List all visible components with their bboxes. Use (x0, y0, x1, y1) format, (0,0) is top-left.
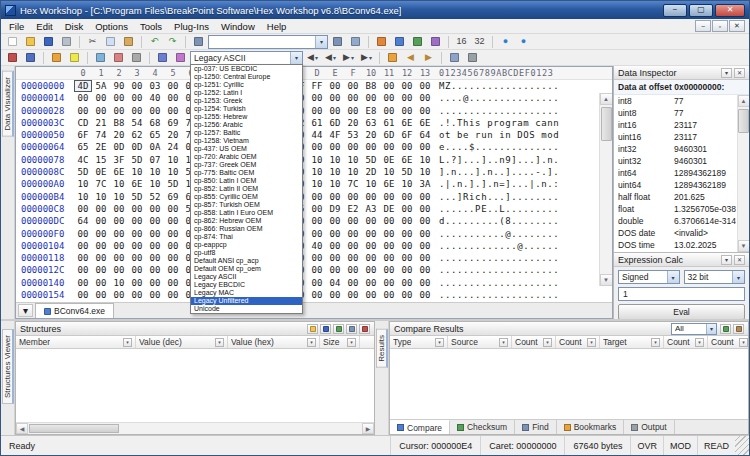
hex-byte[interactable]: 00 (308, 264, 326, 276)
hex-ascii[interactable]: .................... (439, 105, 559, 117)
hex-byte[interactable]: 00 (380, 105, 398, 117)
hex-byte[interactable]: 00 (380, 240, 398, 252)
hex-byte[interactable]: 00 (128, 277, 146, 289)
hex-byte[interactable]: 7C (344, 178, 362, 190)
charset-option[interactable]: cp-1257: Baltic (191, 129, 302, 137)
hex-byte[interactable]: 00 (110, 92, 128, 104)
hex-byte[interactable]: 10 (398, 178, 416, 190)
inspector-value[interactable]: 1.3256705e-038 (674, 203, 736, 215)
find-next-icon[interactable] (329, 35, 346, 49)
column-header-count[interactable]: Count▾ (664, 336, 708, 348)
hex-byte[interactable]: 00 (74, 289, 92, 301)
hex-byte[interactable]: 10 (92, 191, 110, 203)
hex-byte[interactable]: 00 (146, 277, 164, 289)
hex-byte[interactable]: 00 (92, 264, 110, 276)
hex-byte[interactable]: 68 (146, 117, 164, 129)
hex-address[interactable]: 0000012C (16, 264, 74, 276)
hex-byte[interactable]: 4C (74, 154, 92, 166)
hex-byte[interactable]: 00 (110, 203, 128, 215)
charset-option[interactable]: cp-857: Turkish OEM (191, 201, 302, 209)
close-icon[interactable]: ✕ (734, 68, 745, 78)
hex-byte[interactable]: 00 (344, 105, 362, 117)
hex-byte[interactable]: 20 (362, 129, 380, 141)
hex-byte[interactable]: 00 (344, 191, 362, 203)
hex-byte[interactable]: 6E (398, 117, 416, 129)
column-header-source[interactable]: Source▾ (448, 336, 512, 348)
mdi-close-button[interactable]: ✕ (729, 20, 745, 32)
hex-byte[interactable]: B8 (110, 117, 128, 129)
hex-byte[interactable]: 00 (416, 80, 434, 92)
hex-byte[interactable]: 00 (146, 240, 164, 252)
inspector-value[interactable]: 12894362189 (674, 179, 726, 191)
hex-byte[interactable]: 5D (128, 191, 146, 203)
hex-byte[interactable]: 10 (326, 154, 344, 166)
hex-byte[interactable]: 00 (128, 240, 146, 252)
hex-byte[interactable]: 00 (344, 264, 362, 276)
hex-address[interactable]: 00000104 (16, 240, 74, 252)
hex-byte[interactable]: 00 (110, 289, 128, 301)
scroll-left-icon[interactable]: ◀ (16, 423, 28, 434)
column-header-count[interactable]: Count▾ (708, 336, 749, 348)
hex-ascii[interactable]: MZ.................. (439, 80, 559, 92)
charset-option[interactable]: Default OEM cp_oem (191, 265, 302, 273)
tab-find[interactable]: Find (515, 420, 557, 434)
bookmark-prev-icon[interactable]: ◀ (402, 51, 419, 65)
hex-byte[interactable]: 00 (344, 240, 362, 252)
hex-byte[interactable]: 65 (74, 141, 92, 153)
find-icon[interactable] (190, 35, 207, 49)
hex-byte[interactable]: 00 (344, 277, 362, 289)
inspector-value[interactable]: 23117 (674, 119, 697, 131)
menu-tools[interactable]: Tools (134, 20, 168, 33)
hex-byte[interactable]: 54 (128, 117, 146, 129)
hex-ascii[interactable]: .................... (439, 277, 559, 289)
scroll-down-icon[interactable]: ▼ (738, 240, 750, 252)
charset-option[interactable]: cp-1250: Central Europe (191, 73, 302, 81)
hex-byte[interactable]: 00 (344, 215, 362, 227)
hex-byte[interactable]: 24 (164, 141, 182, 153)
hex-byte[interactable]: 4D (74, 80, 92, 92)
sync-scroll-icon[interactable]: ● (497, 35, 514, 49)
hex-byte[interactable]: 00 (416, 252, 434, 264)
hex-byte[interactable]: E2 (344, 203, 362, 215)
compare-refresh-icon[interactable] (720, 324, 731, 334)
compare-filter-combo[interactable]: All ▾ (671, 323, 717, 335)
hex-byte[interactable]: 6E (128, 178, 146, 190)
filter-arrow-icon[interactable]: ▾ (543, 338, 552, 347)
hex-byte[interactable]: 00 (416, 228, 434, 240)
hex-byte[interactable]: 00 (398, 105, 416, 117)
hex-ascii[interactable]: .............@...... (439, 240, 559, 252)
hex-byte[interactable]: 64 (416, 129, 434, 141)
hex-byte[interactable]: 5D (362, 154, 380, 166)
paste-icon[interactable] (120, 35, 137, 49)
hex-byte[interactable]: 00 (398, 141, 416, 153)
hex-ascii[interactable]: .!.This program cann (439, 117, 559, 129)
hex-byte[interactable]: 00 (164, 80, 182, 92)
hex-byte[interactable]: 00 (326, 80, 344, 92)
hex-byte[interactable]: 00 (326, 105, 344, 117)
hex-byte[interactable]: 00 (164, 264, 182, 276)
hex-byte[interactable]: 10 (110, 191, 128, 203)
hex-byte[interactable]: FF (308, 80, 326, 92)
inspector-value[interactable]: 23117 (674, 131, 697, 143)
hex-byte[interactable]: 00 (74, 203, 92, 215)
hex-byte[interactable]: 00 (416, 289, 434, 301)
inspector-value[interactable]: 77 (674, 95, 683, 107)
hex-byte[interactable]: 00 (380, 92, 398, 104)
charset-option[interactable]: cp-437: US OEM (191, 145, 302, 153)
hex-byte[interactable]: 00 (362, 141, 380, 153)
charset-option[interactable]: cp-737: Greek OEM (191, 161, 302, 169)
hex-byte[interactable]: 00 (326, 289, 344, 301)
hex-byte[interactable]: 10 (308, 178, 326, 190)
hex-byte[interactable]: 5D (164, 178, 182, 190)
hex-address[interactable]: 000000B4 (16, 191, 74, 203)
hex-byte[interactable]: 00 (344, 141, 362, 153)
hex-address[interactable]: 000000DC (16, 215, 74, 227)
hex-byte[interactable]: 00 (74, 105, 92, 117)
column-header-count[interactable]: Count▾ (556, 336, 600, 348)
hex-byte[interactable]: 00 (146, 289, 164, 301)
hex-byte[interactable]: 00 (416, 264, 434, 276)
menu-help[interactable]: Help (261, 20, 293, 33)
structures-list[interactable] (16, 349, 374, 422)
hex-byte[interactable]: 00 (326, 240, 344, 252)
hex-byte[interactable]: 00 (74, 240, 92, 252)
